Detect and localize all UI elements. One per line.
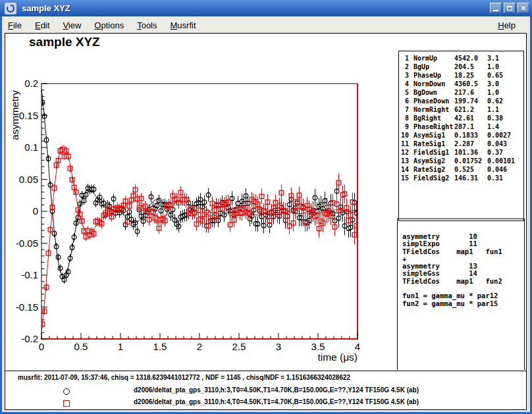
param-error: 1.0 — [487, 63, 523, 71]
parameter-row: 15 FieldSig2 146.31 0.31 — [399, 174, 523, 182]
root-canvas[interactable]: sample XYZ 00.511.522.533.540.20.150.10.… — [5, 33, 527, 410]
param-number: 4 — [399, 80, 409, 88]
menu-label: ools — [142, 20, 157, 30]
parameter-pane: 1 NormUp 4542.0 3.1 2 BgUp 204.5 1.0 3 P… — [398, 51, 524, 221]
param-number: 5 — [399, 88, 409, 97]
theory-pane: asymmetry 10simplExpo 11TFieldCos map1 f… — [397, 219, 525, 370]
minimize-button[interactable] — [490, 3, 502, 13]
param-error: 0.0027 — [487, 131, 523, 140]
titlebar[interactable]: sample XYZ ✕ — [0, 0, 532, 16]
param-value: 199.74 — [454, 97, 487, 105]
menu-item[interactable]: View — [58, 19, 86, 32]
menu-label: dit — [41, 20, 50, 30]
param-value: 0.01752 — [454, 157, 487, 165]
parameter-row: 14 RateSig2 0.525 0.046 — [399, 165, 523, 174]
param-name: NormDown — [413, 80, 454, 88]
legend-run-label: d2006/deltat_pta_gps_3110,h:3,T0=4.50K,T… — [134, 386, 419, 394]
param-error: 0.62 — [487, 97, 523, 105]
param-name: PhaseUp — [413, 71, 454, 80]
param-error: 0.38 — [487, 114, 523, 122]
param-number: 12 — [399, 148, 409, 157]
asymmetry-plot[interactable]: 00.511.522.533.540.20.150.10.050-0.05-0.… — [5, 34, 396, 371]
param-error: 0.65 — [487, 71, 523, 80]
menu-accel: M — [171, 20, 178, 30]
parameter-row: 12 FieldSig1 101.36 0.37 — [399, 148, 523, 157]
param-value: 146.31 — [454, 174, 487, 182]
param-value: 2.287 — [454, 140, 487, 148]
param-number: 1 — [399, 54, 409, 63]
param-value: 0.1833 — [454, 131, 487, 140]
svg-text:3: 3 — [276, 341, 281, 352]
menu-label: elp — [504, 20, 516, 30]
info-pane: musrfit: 2011-07-09, 15:37:46, chisq = 1… — [5, 371, 526, 409]
parameter-row: 4 NormDown 4360.5 3.0 — [399, 80, 523, 88]
menu-accel: V — [63, 20, 68, 30]
menu-accel: H — [498, 20, 504, 30]
menu-item[interactable]: Tools — [132, 19, 161, 32]
param-error: 1.4 — [487, 122, 523, 131]
parameter-row: 7 NormRight 621.2 1.1 — [399, 105, 523, 114]
menu-accel: F — [8, 20, 13, 30]
param-name: NormRight — [413, 105, 454, 114]
theory-line: TFieldCos map1 fun2 — [402, 278, 524, 285]
parameter-row: 13 AsymSig2 0.01752 0.00101 — [399, 157, 523, 165]
app-icon — [5, 3, 16, 14]
param-number: 7 — [399, 105, 409, 114]
param-value: 101.36 — [454, 148, 487, 157]
svg-text:-0.2: -0.2 — [21, 333, 38, 344]
svg-text:-0.15: -0.15 — [16, 301, 38, 313]
theory-line: fun1 = gamma_mu * par12 — [402, 292, 524, 299]
svg-text:4: 4 — [355, 341, 360, 352]
svg-text:2.5: 2.5 — [232, 341, 246, 352]
maximize-icon — [507, 6, 512, 11]
param-value: 18.25 — [454, 71, 487, 80]
svg-text:0: 0 — [33, 205, 38, 217]
param-value: 4542.0 — [454, 54, 487, 63]
menu-accel: O — [94, 20, 101, 30]
param-name: AsymSig1 — [413, 131, 454, 140]
close-button[interactable]: ✕ — [518, 3, 529, 13]
parameter-row: 10 AsymSig1 0.1833 0.0027 — [399, 131, 523, 140]
menu-item[interactable]: Edit — [30, 19, 54, 32]
svg-text:0.15: 0.15 — [19, 110, 38, 121]
svg-text:time (μs): time (μs) — [317, 351, 358, 363]
param-name: BgRight — [413, 114, 454, 122]
param-name: NormUp — [413, 54, 454, 63]
menu-item-help[interactable]: Help — [494, 19, 519, 32]
param-number: 10 — [399, 131, 409, 140]
menu-item[interactable]: Musrfit — [166, 19, 201, 32]
legend-square-marker-icon — [63, 400, 70, 407]
client-area: FileEditViewOptionsToolsMusrfit Help sam… — [2, 16, 530, 412]
param-value: 287.1 — [454, 122, 487, 131]
menu-items: FileEditViewOptionsToolsMusrfit — [2, 19, 205, 32]
menu-label: ptions — [101, 20, 124, 30]
svg-text:1: 1 — [118, 341, 123, 352]
minimize-icon — [493, 10, 498, 11]
param-error: 0.37 — [487, 148, 523, 157]
param-number: 13 — [399, 157, 409, 165]
menu-item[interactable]: Options — [90, 19, 128, 32]
param-number: 15 — [399, 174, 409, 182]
param-name: BgUp — [413, 63, 454, 71]
param-value: 4360.5 — [454, 80, 487, 88]
param-value: 621.2 — [454, 105, 487, 114]
musrview-window: { "window": { "title": "sample XYZ" }, "… — [0, 0, 532, 414]
legend-run-label: d2006/deltat_pta_gps_3110,h:4,T0=4.50K,T… — [134, 398, 419, 405]
fit-info-text: musrfit: 2011-07-09, 15:37:46, chisq = 1… — [18, 374, 350, 381]
param-name: RateSig1 — [413, 140, 454, 148]
legend-circle-marker-icon — [63, 388, 70, 395]
theory-line: fun2 = gamma_mu * par15 — [402, 300, 524, 307]
parameter-row: 6 PhaseDown 199.74 0.62 — [399, 97, 523, 105]
theory-lines: asymmetry 10simplExpo 11TFieldCos map1 f… — [402, 233, 524, 307]
param-error: 0.043 — [487, 140, 523, 148]
menu-accel: E — [35, 20, 41, 30]
parameter-row: 8 BgRight 42.61 0.38 — [399, 114, 523, 122]
param-name: RateSig2 — [413, 165, 454, 174]
menu-item[interactable]: File — [3, 19, 26, 32]
svg-text:-0.05: -0.05 — [16, 238, 38, 249]
param-number: 14 — [399, 165, 409, 174]
svg-text:asymmetry: asymmetry — [9, 90, 20, 140]
maximize-button[interactable] — [504, 3, 516, 13]
window-controls: ✕ — [490, 3, 529, 13]
svg-text:0.5: 0.5 — [74, 341, 88, 352]
